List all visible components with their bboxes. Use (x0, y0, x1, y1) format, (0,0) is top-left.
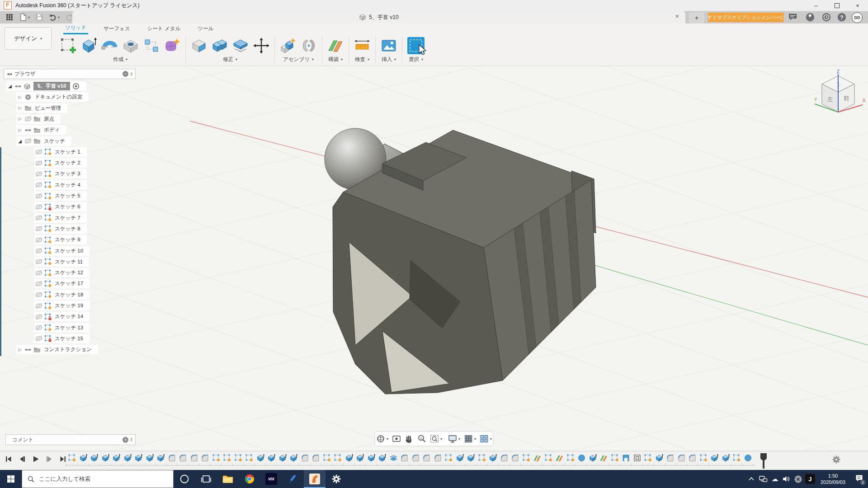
tree-item-スケッチ 5[interactable]: スケッチ 5 (34, 191, 87, 201)
notifications-history-icon[interactable] (822, 13, 831, 22)
tree-item-スケッチ 14[interactable]: スケッチ 14 (34, 312, 90, 321)
timeline-feature-fillet[interactable] (511, 454, 519, 462)
visibility-eye-icon[interactable] (34, 247, 43, 254)
grid-display-button[interactable]: ▾ (463, 434, 477, 443)
timeline-feature-ballcut[interactable] (622, 454, 630, 462)
timeline-feature-plane[interactable] (533, 454, 542, 462)
tray-chevron-icon[interactable] (745, 470, 757, 488)
view-cube[interactable]: 左 前 上 Z Y X (813, 68, 868, 124)
timeline-feature-extrude[interactable] (146, 454, 154, 462)
insert-image-button[interactable] (380, 37, 397, 54)
timeline-play-button[interactable] (31, 454, 41, 464)
panel-opacity-icon[interactable]: + (123, 437, 128, 443)
tree-item-スケッチ 4[interactable]: スケッチ 4 (34, 180, 87, 190)
visibility-eye-icon[interactable] (34, 181, 43, 188)
collapse-panel-icon[interactable]: ◀◀ (4, 72, 14, 76)
timeline-feature-extrude[interactable] (289, 454, 298, 462)
joint-button[interactable] (300, 37, 317, 54)
tree-item-スケッチ 8[interactable]: スケッチ 8 (34, 224, 87, 234)
timeline-skip-to-start-button[interactable] (4, 454, 14, 464)
orbit-button[interactable]: ▾ (375, 434, 389, 443)
visibility-eye-icon[interactable] (24, 137, 33, 145)
timeline-feature-sketch[interactable] (212, 454, 221, 462)
timeline-feature-extrude[interactable] (90, 454, 99, 462)
panel-resize-handle[interactable]: ‖ (130, 437, 132, 442)
timeline-feature-sketch[interactable] (334, 454, 342, 462)
timeline-feature-extrude[interactable] (710, 454, 719, 462)
fusion-360-taskbar-button[interactable] (304, 470, 326, 488)
timeline-feature-extrude[interactable] (278, 454, 287, 462)
maximize-button[interactable] (826, 0, 847, 11)
timeline-feature-sketch[interactable] (234, 454, 243, 462)
tree-item-ドキュメントの設定[interactable]: ▷ドキュメントの設定 (16, 92, 89, 102)
timeline-feature-plane[interactable] (555, 454, 564, 462)
timeline-position-marker[interactable] (760, 453, 767, 469)
save-button[interactable] (33, 12, 45, 23)
visibility-eye-icon[interactable] (24, 127, 33, 134)
taskbar-search-input[interactable]: ここに入力して検索 (22, 470, 174, 488)
tree-item-スケッチ 12[interactable]: スケッチ 12 (34, 268, 90, 277)
visibility-eye-icon[interactable] (24, 115, 33, 122)
timeline-feature-revolve[interactable] (744, 454, 752, 462)
timeline-feature-sketch[interactable] (544, 454, 553, 462)
vix-app-button[interactable]: ViX (260, 470, 282, 488)
tree-item-スケッチ 3[interactable]: スケッチ 3 (34, 169, 87, 178)
timeline-feature-fillet[interactable] (168, 454, 176, 462)
move-button[interactable] (253, 37, 270, 54)
job-status-icon[interactable] (806, 13, 815, 22)
ribbon-tab-シート メタル[interactable]: シート メタル (146, 25, 183, 34)
document-tab[interactable]: 5、手首 v10 × (72, 11, 685, 23)
timeline-feature-sketch[interactable] (644, 454, 652, 462)
action-center-button[interactable]: 1 (850, 470, 868, 488)
look-at-button[interactable] (391, 434, 402, 443)
timeline-feature-extrude[interactable] (356, 454, 364, 462)
timeline-feature-plane[interactable] (599, 454, 608, 462)
subscribe-button[interactable]: 今すぐサブスクリプションメンバーに... (708, 13, 784, 22)
tree-item-スケッチ 15[interactable]: スケッチ 15 (34, 334, 90, 343)
close-button[interactable]: × (847, 0, 868, 11)
timeline-feature-sketch[interactable] (699, 454, 708, 462)
timeline-feature-sketch[interactable] (68, 454, 76, 462)
timeline-feature-extrude[interactable] (456, 454, 464, 462)
timeline-feature-revolve[interactable] (577, 454, 586, 462)
settings-button[interactable] (326, 470, 347, 488)
timeline-feature-fillet[interactable] (677, 454, 686, 462)
timeline-feature-sketch[interactable] (732, 454, 741, 462)
tree-item-スケッチ 13[interactable]: スケッチ 13 (34, 323, 90, 333)
expander-icon[interactable]: ◢ (16, 139, 24, 144)
create-sketch-button[interactable] (60, 37, 77, 54)
ribbon-tab-ソリッド[interactable]: ソリッド (63, 24, 88, 34)
tree-item-スケッチ 18[interactable]: スケッチ 18 (34, 290, 90, 300)
minimize-button[interactable]: – (806, 0, 826, 11)
timeline-feature-extrude[interactable] (101, 454, 110, 462)
undo-button[interactable]: ▾ (47, 12, 61, 23)
measure-button[interactable] (354, 37, 371, 54)
timeline-step-back-button[interactable] (17, 454, 27, 464)
expander-icon[interactable]: ▷ (16, 347, 24, 352)
timeline-step-forward-button[interactable] (44, 454, 54, 464)
taskbar-clock[interactable]: 1:50 2020/09/03 (816, 473, 850, 485)
ribbon-tab-ツール[interactable]: ツール (196, 25, 215, 34)
cortana-button[interactable] (174, 470, 195, 488)
visibility-eye-icon[interactable] (34, 324, 43, 331)
avatar[interactable]: DD (852, 12, 863, 23)
timeline-feature-sketch[interactable] (566, 454, 575, 462)
timeline-feature-fillet[interactable] (411, 454, 420, 462)
extrude-button[interactable] (80, 37, 98, 54)
timeline-feature-sketch[interactable] (522, 454, 531, 462)
tree-item-スケッチ 10[interactable]: スケッチ 10 (34, 246, 90, 256)
tree-item-コンストラクション[interactable]: ▷コンストラクション (16, 345, 98, 354)
timeline-feature-fillet[interactable] (666, 454, 675, 462)
timeline-feature-extrude[interactable] (489, 454, 497, 462)
tray-app-icon[interactable]: J (804, 470, 816, 488)
timeline-feature-extrude[interactable] (345, 454, 354, 462)
new-component-button[interactable] (279, 37, 297, 54)
tree-item-ビュー管理[interactable]: ▷ビュー管理 (16, 103, 67, 113)
timeline-feature-sketch[interactable] (223, 454, 231, 462)
task-view-button[interactable] (195, 470, 217, 488)
timeline-feature-extrude[interactable] (589, 454, 597, 462)
tree-item-スケッチ 9[interactable]: スケッチ 9 (34, 235, 87, 244)
timeline-feature-extrude[interactable] (112, 454, 121, 462)
timeline-skip-to-end-button[interactable] (58, 454, 68, 464)
timeline-feature-fillet[interactable] (500, 454, 509, 462)
